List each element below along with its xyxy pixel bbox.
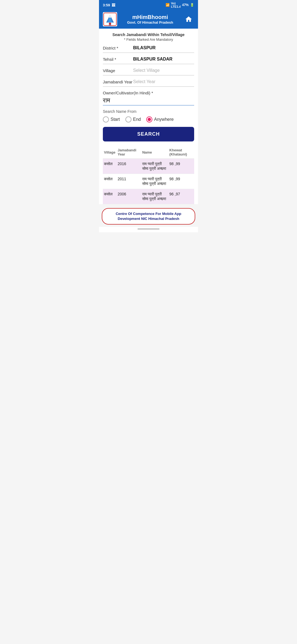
- cell-khewat: 98 ,99: [168, 159, 194, 174]
- app-name: mHimBhoomi: [117, 14, 183, 20]
- radio-anywhere-dot: [148, 118, 151, 121]
- village-label: Village: [103, 68, 133, 74]
- cell-village: कसोल: [103, 189, 117, 204]
- cell-name: राम प्यारी पुत्री सोमा पुत्री अच्छरा: [141, 174, 168, 189]
- cell-year: 2016: [117, 159, 141, 174]
- col-village: Village: [103, 146, 117, 159]
- radio-end[interactable]: End: [125, 116, 141, 122]
- home-icon: [185, 15, 193, 23]
- radio-start-label: Start: [111, 117, 120, 122]
- battery-display: 47%: [182, 3, 189, 7]
- results-table: Village Jamabandi Year Name Khewat (Khat…: [103, 146, 194, 204]
- cell-year: 2011: [117, 174, 141, 189]
- owner-label: Owner/Cultivator(In Hindi) *: [103, 91, 194, 95]
- tehsil-value[interactable]: BILASPUR SADAR: [133, 57, 194, 63]
- jamabandi-year-field: Jamabandi Year Select Year: [103, 79, 194, 87]
- logo-svg: HP: [103, 13, 117, 26]
- tehsil-field: Tehsil * BILASPUR SADAR: [103, 57, 194, 64]
- footer: Centre Of Competence For Mobile App Deve…: [102, 208, 195, 225]
- page-title: Search Jamabandi Within Tehsil/Village: [103, 32, 194, 37]
- col-khewat: Khewat (Khatauni): [168, 146, 194, 159]
- cell-khewat: 98 ,99: [168, 174, 194, 189]
- radio-end-label: End: [133, 117, 141, 122]
- cell-village: कसोल: [103, 159, 117, 174]
- table-row[interactable]: कसोल 2016 राम प्यारी पुत्री सोमा पुत्री …: [103, 159, 194, 174]
- jamabandi-year-label: Jamabandi Year: [103, 80, 133, 85]
- district-value[interactable]: BILASPUR: [133, 45, 194, 51]
- search-name-label: Search Name From: [103, 109, 194, 114]
- cell-year: 2006: [117, 189, 141, 204]
- photo-icon: 🖼: [112, 3, 115, 7]
- district-label: District *: [103, 46, 133, 51]
- radio-end-circle: [125, 116, 131, 122]
- village-field: Village Select Village: [103, 68, 194, 75]
- radio-anywhere-circle: [146, 116, 152, 122]
- table-row[interactable]: कसोल 2006 राम प्यारी पुत्री सोमा पुत्री …: [103, 189, 194, 204]
- village-select[interactable]: Select Village: [133, 68, 194, 74]
- svg-text:HP: HP: [109, 24, 111, 26]
- header-title-block: mHimBhoomi Govt. Of Himachal Pradesh: [117, 14, 183, 24]
- app-header: HP mHimBhoomi Govt. Of Himachal Pradesh: [99, 10, 198, 29]
- app-logo: HP: [103, 12, 117, 26]
- owner-input[interactable]: राम: [103, 97, 194, 104]
- cell-village: कसोल: [103, 174, 117, 189]
- col-name: Name: [141, 146, 168, 159]
- radio-anywhere[interactable]: Anywhere: [146, 116, 174, 122]
- app-subtitle: Govt. Of Himachal Pradesh: [117, 20, 183, 24]
- radio-anywhere-label: Anywhere: [154, 117, 174, 122]
- table-row[interactable]: कसोल 2011 राम प्यारी पुत्री सोमा पुत्री …: [103, 174, 194, 189]
- radio-start[interactable]: Start: [103, 116, 120, 122]
- col-jamabandi-year: Jamabandi Year: [117, 146, 141, 159]
- district-field: District * BILASPUR: [103, 45, 194, 53]
- tehsil-label: Tehsil *: [103, 57, 133, 63]
- radio-start-circle: [103, 116, 109, 122]
- status-bar: 3:59 🖼 📶 Vo)LTE1.ıl 47% 🔋: [99, 0, 198, 10]
- bottom-indicator: [138, 228, 160, 230]
- footer-text: Centre Of Competence For Mobile App Deve…: [105, 211, 193, 221]
- signal-icon: Vo)LTE1.ıl: [171, 2, 181, 8]
- home-button[interactable]: [183, 14, 194, 25]
- radio-group: Start End Anywhere: [103, 116, 194, 122]
- status-icons: 📶 Vo)LTE1.ıl 47% 🔋: [166, 2, 194, 8]
- time-display: 3:59: [103, 3, 110, 7]
- owner-input-row: राम: [103, 97, 194, 105]
- jamabandi-year-select[interactable]: Select Year: [133, 79, 194, 85]
- mandatory-note: * Fields Marked Are Mandatory: [103, 37, 194, 42]
- cell-name: राम प्यारी पुत्री सोमा पुत्री अच्छरा: [141, 159, 168, 174]
- wifi-icon: 📶: [166, 3, 170, 7]
- cell-khewat: 96 ,97: [168, 189, 194, 204]
- cell-name: राम प्यारी पुत्री सोमा पुत्री अच्छरा: [141, 189, 168, 204]
- battery-icon: 🔋: [190, 3, 194, 7]
- main-content: Search Jamabandi Within Tehsil/Village *…: [99, 29, 198, 204]
- bottom-bar: [99, 227, 198, 232]
- search-button[interactable]: SEARCH: [103, 127, 194, 141]
- status-time: 3:59 🖼: [103, 3, 115, 7]
